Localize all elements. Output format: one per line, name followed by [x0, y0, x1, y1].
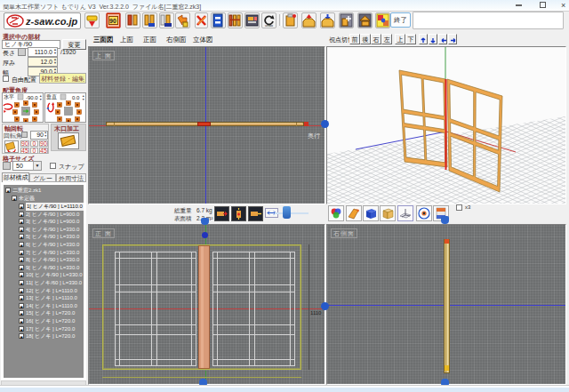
- svg-text:水平: 水平: [4, 93, 14, 100]
- svg-text:垂直: 垂直: [46, 93, 57, 100]
- svg-text:undo: undo: [265, 23, 274, 28]
- svg-text:▼: ▼: [82, 98, 84, 101]
- svg-text:▼: ▼: [39, 98, 42, 101]
- svg-text:0.0: 0.0: [72, 95, 80, 100]
- svg-text:90: 90: [109, 18, 116, 24]
- svg-text:z-saw.co.jp: z-saw.co.jp: [25, 16, 78, 27]
- svg-text:-90.0: -90.0: [26, 95, 38, 100]
